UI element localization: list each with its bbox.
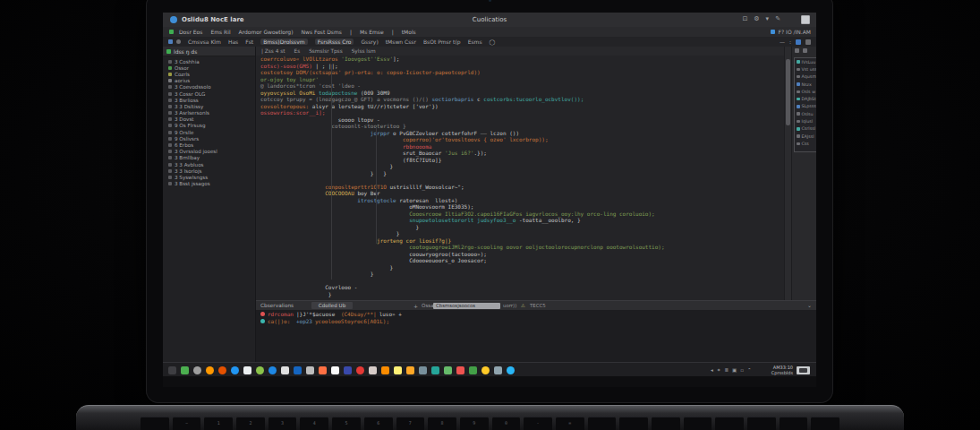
structure-item[interactable]: Aqusm (795, 73, 816, 81)
structure-item[interactable]: Csrlssl (795, 125, 816, 133)
structure-sort-icon[interactable] (803, 48, 807, 53)
tree-item[interactable]: 3 Bsst jssagos (163, 181, 255, 187)
toolbar-item[interactable]: Esms (468, 39, 482, 45)
structure-item[interactable]: Vst uss (795, 65, 816, 73)
taskbar-app-2-icon[interactable] (181, 366, 189, 374)
show-desktop-button[interactable] (797, 366, 810, 374)
taskbar-app-13-icon[interactable] (319, 366, 327, 374)
tree-item[interactable]: 9 Orslle (163, 129, 255, 135)
titlebar-icon[interactable]: ⊡ (742, 15, 747, 22)
tree-item[interactable]: 6 Erbos (163, 142, 255, 148)
menu-item[interactable]: Ms Emse (360, 29, 384, 35)
taskbar-app-23-icon[interactable] (444, 366, 452, 374)
console-tab[interactable]: Cdolled Ub (311, 302, 353, 309)
tree-item[interactable]: 3 Cossr OLG (163, 90, 255, 97)
taskbar-app-17-icon[interactable] (369, 366, 377, 374)
toolbar-item[interactable]: Gssry) (361, 39, 378, 45)
structure-item[interactable]: Oslsu (795, 110, 816, 117)
tree-item[interactable]: 3 3 Dsltissy (163, 103, 255, 109)
taskbar-app-9-icon[interactable] (268, 366, 277, 374)
structure-item[interactable]: Osls w (795, 88, 816, 95)
toolbar-item[interactable]: BsOt Pmsr t(p (423, 39, 461, 45)
project-tree-header[interactable]: ldss ŋ ds (163, 47, 255, 56)
taskbar-app-16-icon[interactable] (356, 366, 364, 374)
taskbar-app-24-icon[interactable] (456, 366, 464, 374)
taskbar-app-15-icon[interactable] (344, 366, 352, 374)
toolbar-item[interactable]: Cmsvsa Klm (188, 39, 221, 45)
toolbar-item[interactable]: tMswn Cssr (386, 39, 416, 45)
chevron-down-icon[interactable]: ⌄ (807, 302, 812, 308)
console-search-box[interactable]: Cbsmsosjsoocos (433, 303, 500, 309)
tray-icon[interactable]: ✶ (717, 367, 721, 373)
taskbar-app-4-icon[interactable] (206, 366, 214, 374)
run-icon[interactable] (168, 39, 173, 44)
taskbar-app-22-icon[interactable] (431, 366, 439, 374)
editor-tab[interactable]: Sylss lsm (352, 48, 376, 54)
taskbar-app-1-icon[interactable] (168, 366, 176, 374)
menu-item[interactable]: | (350, 29, 352, 35)
tree-item[interactable]: 9 Oslivsrs (163, 135, 255, 142)
toolbar-item[interactable]: Fst (245, 39, 253, 45)
tree-item[interactable]: 3 Bmllbay (163, 155, 255, 161)
editor-tab[interactable]: | Zss 4 st (261, 48, 285, 54)
editor-tab[interactable]: Es (294, 48, 300, 54)
taskbar-app-18-icon[interactable] (381, 366, 389, 374)
minimize-icon[interactable]: — (780, 39, 785, 45)
toolbar-item[interactable]: Bmss)Drolssvm (260, 39, 308, 45)
split-icon[interactable]: : (789, 39, 791, 45)
add-tab-button[interactable]: + (413, 303, 418, 309)
code-editor[interactable]: coerrcoluvo« lVOlLtzaros 'Ioovgost''Essv… (256, 56, 784, 300)
taskbar-app-10-icon[interactable] (281, 366, 289, 374)
taskbar-app-3-icon[interactable] (193, 366, 201, 374)
tree-item[interactable]: 3 3 Isorlojs (163, 168, 255, 174)
menu-item[interactable]: | (392, 29, 394, 35)
tree-item[interactable]: 3 Bsrlioss (163, 97, 255, 103)
tree-item[interactable]: 3 Syswlsngss (163, 174, 255, 180)
tree-item[interactable]: 3 Coshhia (163, 58, 255, 64)
structure-item[interactable]: Nszx (795, 81, 816, 88)
tree-item[interactable]: 9 Os Flrsusg (163, 123, 255, 129)
tree-item[interactable]: Cozrls (163, 71, 255, 77)
taskbar-app-5-icon[interactable] (218, 366, 226, 374)
tray-icon[interactable]: ≣ (724, 367, 729, 373)
menu-item[interactable]: Nws Fost Dsms (302, 29, 342, 35)
menu-item[interactable]: Ems Ril (210, 29, 230, 35)
toolbar-item[interactable]: Has (228, 39, 238, 45)
window-control-icon[interactable] (801, 15, 810, 24)
debug-icon[interactable] (176, 39, 181, 44)
taskbar-app-26-icon[interactable] (481, 366, 490, 374)
structure-item[interactable]: EAJssl (795, 133, 816, 140)
taskbar-app-19-icon[interactable] (394, 366, 402, 374)
scrollbar-thumb[interactable] (786, 59, 790, 125)
menu-item[interactable]: tMols (402, 29, 416, 35)
taskbar-app-6-icon[interactable] (231, 366, 239, 374)
tree-item[interactable]: 3 Coevodssolo (163, 84, 255, 90)
toolbar-item[interactable]: ◯ (490, 39, 496, 45)
menu-item[interactable]: Ardomor Gwoetlorg) (239, 29, 294, 35)
structure-item[interactable]: SLpssst (795, 103, 816, 110)
taskbar-app-28-icon[interactable] (507, 366, 515, 374)
structure-item[interactable]: Css (795, 140, 816, 147)
taskbar-app-27-icon[interactable] (494, 366, 502, 374)
layout-icon[interactable] (796, 39, 801, 45)
tree-item[interactable]: 3 3 Avbluos (163, 161, 255, 168)
taskbar-app-8-icon[interactable] (256, 366, 264, 374)
taskbar-app-21-icon[interactable] (419, 366, 427, 374)
tree-item[interactable]: aorius (163, 78, 255, 84)
taskbar-app-12-icon[interactable] (306, 366, 314, 374)
tree-item[interactable]: 3 Asrlsersonls (163, 110, 255, 116)
structure-item[interactable]: Iqlusl (795, 117, 816, 125)
titlebar-icon[interactable]: ▾ (766, 15, 770, 22)
tray-icon[interactable]: ▫ (740, 367, 744, 373)
console-panel-label[interactable]: Cbservalions (260, 303, 294, 308)
taskbar-app-20-icon[interactable] (406, 366, 414, 374)
taskbar-clock[interactable]: AM33:10 Cprssblds (761, 365, 793, 375)
structure-filter-icon[interactable] (795, 48, 799, 53)
toolbar-item[interactable]: FsrsRsss Cro (315, 39, 354, 45)
taskbar-app-11-icon[interactable] (294, 366, 302, 374)
tray-icon[interactable]: ▣ (732, 367, 737, 373)
tray-icon[interactable]: ◂ (711, 367, 713, 373)
taskbar-app-7-icon[interactable] (243, 366, 251, 374)
console-output[interactable]: rdrcoman|}J'*$acuose (C4Dsay/**|luso» +c… (256, 310, 816, 362)
taskbar-app-25-icon[interactable] (469, 366, 477, 374)
